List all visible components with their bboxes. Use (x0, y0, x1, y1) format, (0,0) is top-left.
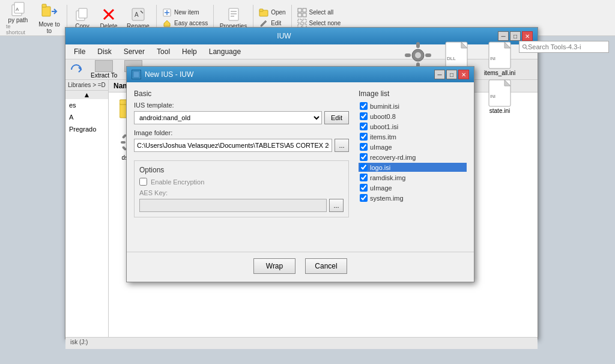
image-list-item-6: logo.isi (359, 163, 467, 172)
folder-group: Image folder: ... (134, 129, 349, 152)
dialog-left-section: Basic IUS template: android:nand_old Edi… (134, 89, 349, 244)
folder-row: ... (134, 139, 349, 152)
aes-key-input[interactable] (139, 199, 327, 212)
image-list-item-5: recovery-rd.img (359, 153, 467, 162)
image-list: buminit.isiuboot0.8uboot1.isiitems.itmuI… (359, 102, 467, 202)
image-label-5: recovery-rd.img (370, 154, 416, 161)
cancel-button[interactable]: Cancel (305, 258, 347, 274)
encryption-checkbox-row: Enable Encryption (139, 178, 344, 186)
image-list-item-3: items.itm (359, 132, 467, 141)
dialog-maximize-button[interactable]: □ (446, 70, 457, 79)
image-checkbox-0[interactable] (360, 102, 368, 110)
template-label: IUS template: (134, 102, 349, 109)
new-ius-dialog: New IUS - IUW ─ □ ✕ Basic IUS template: (126, 66, 474, 282)
dialog-titlebar: New IUS - IUW ─ □ ✕ (127, 67, 474, 82)
folder-input[interactable] (134, 139, 332, 152)
image-label-2: uboot1.isi (370, 123, 398, 130)
image-label-7: ramdisk.img (370, 174, 405, 181)
image-checkbox-7[interactable] (360, 174, 368, 181)
image-list-item-1: uboot0.8 (359, 112, 467, 121)
image-list-item-2: uboot1.isi (359, 122, 467, 131)
image-checkbox-3[interactable] (360, 133, 368, 141)
dialog-minimize-button[interactable]: ─ (434, 70, 445, 79)
dialog-overlay: New IUS - IUW ─ □ ✕ Basic IUS template: (0, 0, 615, 364)
dialog-win-buttons: ─ □ ✕ (434, 70, 469, 79)
dialog-close-button[interactable]: ✕ (458, 70, 469, 79)
svg-rect-66 (133, 71, 139, 77)
edit-template-button[interactable]: Edit (324, 111, 349, 124)
image-list-item-9: system.img (359, 193, 467, 202)
dialog-right-section: Image list buminit.isiuboot0.8uboot1.isi… (359, 89, 467, 244)
image-label-6: logo.isi (370, 164, 390, 171)
enable-encryption-checkbox[interactable] (139, 178, 147, 186)
options-section: Options Enable Encryption AES Key: ... (134, 160, 349, 217)
template-group: IUS template: android:nand_old Edit (134, 102, 349, 124)
image-label-3: items.itm (370, 133, 396, 141)
image-list-item-0: buminit.isi (359, 102, 467, 111)
image-checkbox-8[interactable] (360, 184, 368, 192)
options-label: Options (139, 166, 344, 174)
image-checkbox-4[interactable] (360, 143, 368, 151)
image-list-item-4: uImage (359, 142, 467, 151)
browse-aes-button[interactable]: ... (329, 199, 344, 212)
basic-label: Basic (134, 89, 349, 98)
image-list-item-7: ramdisk.img (359, 173, 467, 182)
dialog-body: Basic IUS template: android:nand_old Edi… (127, 82, 474, 252)
image-checkbox-2[interactable] (360, 123, 368, 130)
aes-key-row: ... (139, 199, 344, 212)
image-checkbox-5[interactable] (360, 153, 368, 161)
template-select[interactable]: android:nand_old (134, 111, 322, 124)
image-checkbox-9[interactable] (360, 194, 368, 202)
image-list-title: Image list (359, 89, 467, 98)
dialog-footer: Wrap Cancel (127, 252, 474, 280)
dialog-title-icon (133, 71, 140, 78)
image-checkbox-6[interactable] (360, 163, 368, 171)
image-label-9: system.img (370, 195, 404, 202)
wrap-button[interactable]: Wrap (253, 258, 295, 274)
template-row: android:nand_old Edit (134, 111, 349, 124)
image-label-8: uImage (370, 184, 392, 192)
browse-folder-button[interactable]: ... (335, 139, 349, 152)
image-label-0: buminit.isi (370, 103, 399, 110)
image-label-4: uImage (370, 144, 392, 151)
image-checkbox-1[interactable] (360, 112, 368, 120)
image-label-1: uboot0.8 (370, 113, 396, 120)
image-list-item-8: uImage (359, 183, 467, 192)
basic-section: Basic IUS template: android:nand_old Edi… (134, 89, 349, 152)
enable-encryption-label: Enable Encryption (151, 178, 204, 186)
dialog-icon (132, 70, 141, 79)
aes-key-label: AES Key: (139, 189, 344, 196)
dialog-title-text: New IUS - IUW (145, 70, 434, 79)
folder-label: Image folder: (134, 129, 349, 136)
